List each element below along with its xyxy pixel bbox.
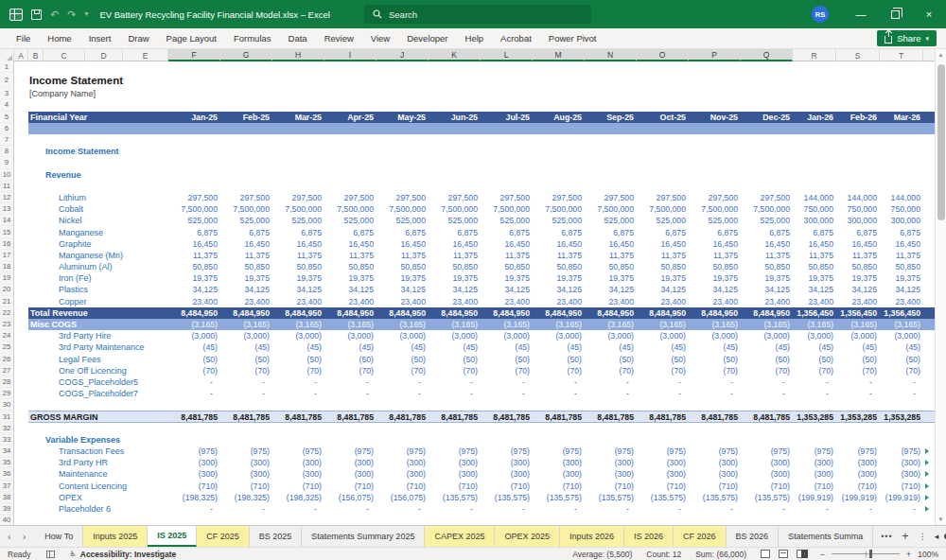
cell-J25[interactable]: (45) [377,341,429,353]
cell-I27[interactable]: (70) [324,365,377,376]
cell-N16[interactable]: 16,450 [585,238,637,250]
cell-L17[interactable]: 11,375 [481,250,533,261]
cell-T22[interactable]: 1,356,450 [880,307,923,319]
cell-I21[interactable]: 23,400 [324,296,377,307]
column-header-B[interactable]: B [28,49,44,61]
cell-M16[interactable]: 16,450 [533,238,585,250]
cell-Q18[interactable]: 50,850 [741,261,793,272]
row-header-26[interactable]: 26 [0,354,14,365]
save-icon[interactable] [31,9,42,20]
cell-S27[interactable]: (70) [836,365,880,376]
cell-R28[interactable]: - [793,376,836,388]
cell-I13[interactable]: 7,500,000 [324,203,377,215]
restore-button[interactable] [878,0,912,28]
sheet-tab-bs-2025[interactable]: BS 2025 [250,526,303,547]
cell-K25[interactable]: (45) [429,341,481,353]
cell-Q19[interactable]: 19,375 [741,272,793,284]
cell-M38[interactable]: (135,575) [533,492,585,503]
cell-H27[interactable]: (70) [272,365,324,376]
cell-H5[interactable]: Mar-25 [272,112,324,123]
cell-R19[interactable]: 19,375 [793,272,836,284]
cell-Q35[interactable]: (300) [741,457,793,468]
cell-G12[interactable]: 297,500 [220,192,272,203]
cell-F18[interactable]: 50,850 [168,261,220,272]
cell-N36[interactable]: (300) [585,468,637,480]
cell-T21[interactable]: 23,400 [880,296,923,307]
cell-M25[interactable]: (45) [533,341,585,353]
zoom-slider[interactable] [832,553,900,554]
cell-O36[interactable]: (300) [637,468,689,480]
cell-M29[interactable]: - [533,388,585,399]
cell-Q21[interactable]: 23,400 [741,296,793,307]
cell-M27[interactable]: (70) [533,365,585,376]
cell-M13[interactable]: 7,500,000 [533,203,585,215]
cell-O38[interactable]: (135,575) [637,492,689,503]
cell-title[interactable]: Income Statement [29,73,123,88]
cell-row-label-28[interactable]: COGS_Placeholder5 [59,376,138,388]
cell-P36[interactable]: (300) [689,468,741,480]
cell-H29[interactable]: - [272,388,324,399]
cell-F20[interactable]: 34,125 [168,284,220,295]
cell-K19[interactable]: 19,375 [429,272,481,284]
cell-I36[interactable]: (300) [324,468,377,480]
column-header-Q[interactable]: Q [741,49,793,61]
cell-O19[interactable]: 19,375 [637,272,689,284]
row-header-35[interactable]: 35 [0,457,14,468]
cell-O13[interactable]: 7,500,000 [637,203,689,215]
column-header-I[interactable]: I [324,49,377,61]
row-header-8[interactable]: 8 [0,146,14,157]
cell-L34[interactable]: (975) [481,446,533,457]
cell-P12[interactable]: 297,500 [689,192,741,203]
cell-K23[interactable]: (3,165) [429,319,481,330]
cell-Q12[interactable]: 297,500 [741,192,793,203]
cell-M17[interactable]: 11,375 [533,250,585,261]
cell-R36[interactable]: (300) [793,468,836,480]
cell-N26[interactable]: (50) [585,354,637,365]
share-button[interactable]: Share ▾ [877,30,937,46]
cell-row-label-26[interactable]: Legal Fees [59,354,101,365]
cell-H22[interactable]: 8,484,950 [272,307,324,319]
cell-Q36[interactable]: (300) [741,468,793,480]
cell-Q28[interactable]: - [741,376,793,388]
cell-section-variable-expenses[interactable]: Variable Expenses [45,434,120,446]
cell-M23[interactable]: (3,165) [533,319,585,330]
cell-row-label-13[interactable]: Cobalt [59,203,83,215]
cell-I26[interactable]: (50) [324,354,377,365]
row-header-10[interactable]: 10 [0,169,14,181]
cell-S19[interactable]: 19,375 [836,272,880,284]
row-header-20[interactable]: 20 [0,284,14,295]
cell-O5[interactable]: Oct-25 [637,112,689,123]
cell-row-label-21[interactable]: Copper [59,296,87,307]
cell-S35[interactable]: (300) [836,457,880,468]
cell-O21[interactable]: 23,400 [637,296,689,307]
cell-I20[interactable]: 34,125 [324,284,377,295]
row-header-30[interactable]: 30 [0,399,14,411]
cell-P31[interactable]: 8,481,785 [689,411,741,422]
cell-Q5[interactable]: Dec-25 [741,112,793,123]
cell-L39[interactable]: - [481,503,533,515]
ribbon-tab-help[interactable]: Help [457,28,493,49]
cell-R39[interactable]: - [793,503,836,515]
cell-I39[interactable]: - [324,503,377,515]
cell-N38[interactable]: (135,575) [585,492,637,503]
row-header-13[interactable]: 13 [0,203,14,215]
cell-T15[interactable]: 6,875 [880,226,923,237]
cell-F35[interactable]: (300) [168,457,220,468]
cell-G5[interactable]: Feb-25 [220,112,272,123]
cell-M19[interactable]: 19,375 [533,272,585,284]
row-header-18[interactable]: 18 [0,261,14,272]
cell-H39[interactable]: - [272,503,324,515]
cell-L25[interactable]: (45) [481,341,533,353]
cell-P17[interactable]: 11,375 [689,250,741,261]
cell-K13[interactable]: 7,500,000 [429,203,481,215]
cell-S29[interactable]: - [836,388,880,399]
cell-H34[interactable]: (975) [272,446,324,457]
cell-T36[interactable]: (300) [880,468,923,480]
sheet-tab-is-2025[interactable]: IS 2025 [148,526,197,547]
cell-L14[interactable]: 525,000 [481,215,533,226]
cell-G31[interactable]: 8,481,785 [220,411,272,422]
cell-L24[interactable]: (3,000) [481,330,533,341]
cell-R17[interactable]: 11,375 [793,250,836,261]
row-header-36[interactable]: 36 [0,468,14,480]
cell-I35[interactable]: (300) [324,457,377,468]
